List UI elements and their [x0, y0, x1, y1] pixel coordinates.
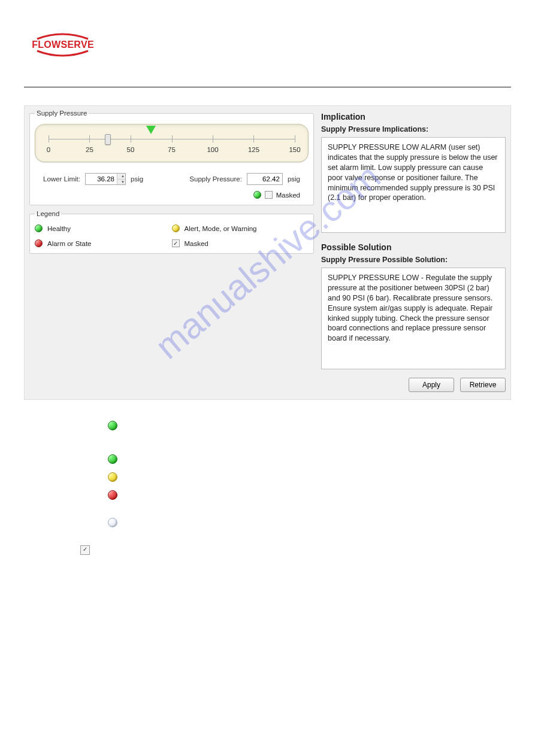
indicator-green-icon	[108, 421, 117, 430]
indicator-green2-icon	[108, 454, 117, 464]
lower-limit-input[interactable]	[86, 174, 117, 184]
masked-checkbox[interactable]	[265, 191, 273, 199]
status-dot-icon	[253, 191, 261, 199]
legend-panel: Legend Healthy Alert, Mode, or Warning	[29, 210, 314, 254]
solution-body: SUPPLY PRESSURE LOW - Regulate the suppl…	[321, 268, 506, 369]
supply-pressure-label: Supply Pressure:	[189, 175, 242, 183]
red-dot-icon	[35, 239, 43, 247]
implication-body: SUPPLY PRESSURE LOW ALARM (user set) ind…	[321, 137, 506, 233]
lower-limit-field[interactable]: ▲ ▼	[85, 173, 126, 185]
gauge-tick-1: 25	[86, 146, 93, 153]
gauge-tick-4: 100	[207, 146, 218, 153]
logo: FLOWSERVE	[24, 18, 511, 66]
gauge-handle[interactable]	[105, 134, 111, 145]
legend-title: Legend	[35, 210, 61, 217]
lower-limit-down[interactable]: ▼	[117, 180, 125, 185]
apply-button[interactable]: Apply	[409, 378, 454, 392]
solution-heading: Possible Solution	[321, 242, 506, 252]
green-dot-icon	[35, 224, 43, 232]
gauge-tick-5: 125	[248, 146, 259, 153]
app-panel: Supply Pressure 0 25 50 75	[24, 105, 511, 400]
legend-item-alert: Alert, Mode, or Warning	[172, 224, 309, 232]
supply-pressure-unit: psig	[288, 175, 300, 183]
masked-label: Masked	[276, 192, 300, 199]
supply-pressure-title: Supply Pressure	[35, 110, 89, 117]
gauge-tick-2: 50	[127, 146, 135, 153]
gauge-tick-3: 75	[168, 146, 176, 153]
gauge-tick-0: 0	[47, 146, 50, 153]
indicator-blank-icon	[108, 518, 117, 527]
solution-sub: Supply Pressure Possible Solution:	[321, 256, 506, 264]
gauge-tick-6: 150	[289, 146, 300, 153]
supply-pressure-panel: Supply Pressure 0 25 50 75	[29, 110, 314, 205]
implication-sub: Supply Pressure Implications:	[321, 125, 506, 133]
masked-check-icon	[172, 239, 180, 247]
implication-heading: Implication	[321, 112, 506, 122]
indicator-legend-list	[108, 421, 511, 555]
legend-item-healthy: Healthy	[35, 224, 172, 232]
logo-text: FLOWSERVE	[32, 40, 94, 50]
indicator-red-icon	[108, 490, 117, 500]
lower-limit-unit: psig	[131, 175, 143, 183]
indicator-yellow-icon	[108, 472, 117, 482]
gauge-marker-icon	[146, 126, 156, 134]
legend-item-masked: Masked	[172, 239, 309, 247]
retrieve-button[interactable]: Retrieve	[460, 378, 506, 392]
indicator-checkbox-icon	[80, 545, 90, 555]
supply-pressure-input[interactable]	[247, 173, 283, 185]
lower-limit-label: Lower Limit:	[43, 175, 80, 183]
lower-limit-up[interactable]: ▲	[117, 174, 125, 180]
separator-line	[24, 87, 511, 87]
legend-item-alarm: Alarm or State	[35, 239, 172, 247]
pressure-gauge: 0 25 50 75 100 125 150	[35, 124, 309, 162]
yellow-dot-icon	[172, 224, 180, 232]
